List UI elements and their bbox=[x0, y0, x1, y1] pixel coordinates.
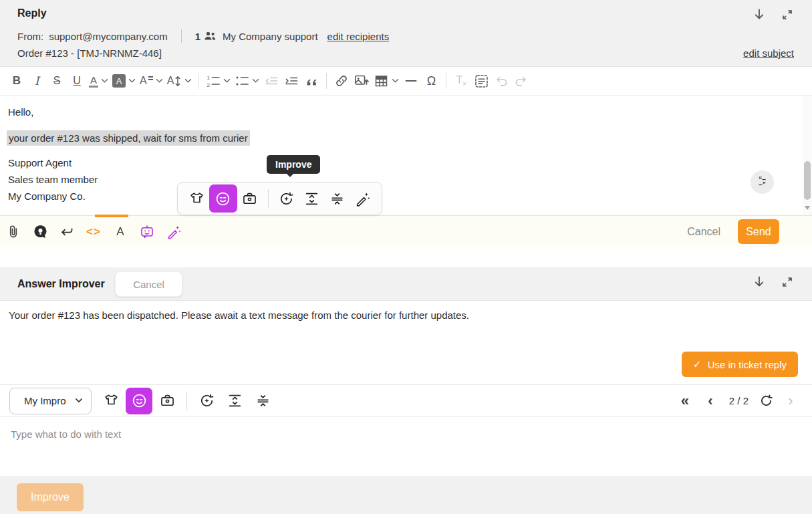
edit-recipients-link[interactable]: edit recipients bbox=[327, 31, 390, 42]
chevron-down-icon bbox=[184, 78, 192, 84]
toolbar-separator bbox=[268, 189, 269, 208]
from-label: From: bbox=[17, 31, 43, 42]
editor-greeting: Hello, bbox=[8, 106, 33, 118]
font-size-button[interactable]: A bbox=[165, 69, 194, 93]
prompt-input[interactable] bbox=[0, 417, 812, 477]
recipients-name: My Company support bbox=[223, 31, 318, 42]
toolbar-separator bbox=[446, 73, 446, 89]
ai-magic-pencil-icon[interactable] bbox=[162, 219, 185, 245]
reply-title: Reply bbox=[17, 7, 47, 19]
improve-button[interactable]: Improve bbox=[17, 483, 84, 511]
professional-tone-briefcase-icon[interactable] bbox=[237, 184, 263, 213]
bg-color-button[interactable]: A bbox=[110, 69, 138, 93]
improver-prompt-area bbox=[0, 416, 812, 477]
strikethrough-button[interactable]: S bbox=[47, 69, 67, 93]
prev-result-button[interactable]: ‹ bbox=[702, 392, 718, 410]
improver-result-text: Your order #123 has been dispatched. Ple… bbox=[9, 309, 469, 321]
redo-button[interactable] bbox=[511, 69, 531, 93]
canned-responses-button[interactable]: “– –” bbox=[751, 170, 774, 194]
editor-signature-line: Support Agent bbox=[8, 157, 72, 168]
scrollbar-down-arrow[interactable] bbox=[805, 206, 810, 213]
chevron-down-icon bbox=[128, 78, 136, 84]
plain-text-button[interactable]: A bbox=[109, 219, 132, 245]
professional-tone-briefcase-icon[interactable] bbox=[154, 387, 180, 415]
from-row: From: support@mycompany.com 1 My Company… bbox=[17, 29, 389, 43]
suggestion-bubble-icon[interactable] bbox=[29, 219, 51, 245]
chevron-down-icon bbox=[101, 78, 108, 84]
outdent-button[interactable] bbox=[261, 69, 281, 93]
extend-text-icon[interactable] bbox=[299, 184, 325, 213]
remove-format-button[interactable]: T× bbox=[451, 69, 471, 93]
toolbar-separator bbox=[326, 73, 327, 89]
toolbar-separator bbox=[186, 392, 187, 410]
font-family-button[interactable]: A bbox=[138, 69, 165, 93]
app-window: Reply From: support@mycompany.com 1 My C… bbox=[0, 0, 812, 514]
bullet-list-button[interactable] bbox=[233, 69, 261, 93]
from-email: support@mycompany.com bbox=[49, 31, 168, 42]
edit-subject-link[interactable]: edit subject bbox=[743, 47, 794, 59]
next-result-button[interactable]: › bbox=[783, 392, 799, 410]
shorten-text-icon[interactable] bbox=[325, 184, 350, 213]
ai-chatbot-icon[interactable] bbox=[136, 219, 158, 245]
special-characters-button[interactable]: Ω bbox=[421, 69, 441, 93]
insert-image-icon[interactable] bbox=[352, 69, 372, 93]
improver-cancel-button[interactable]: Cancel bbox=[115, 271, 182, 297]
preset-dropdown[interactable]: My Impro bbox=[9, 388, 92, 414]
richtext-toolbar: B I S U A A A A 12 bbox=[0, 67, 812, 96]
horizontal-line-button[interactable] bbox=[401, 69, 421, 93]
link-button[interactable] bbox=[331, 69, 352, 93]
answer-improver-title: Answer Improver bbox=[17, 278, 105, 290]
insert-table-button[interactable] bbox=[372, 69, 401, 93]
chevron-down-icon bbox=[252, 78, 259, 84]
cancel-reply-button[interactable]: Cancel bbox=[687, 226, 720, 238]
undo-button[interactable] bbox=[491, 69, 511, 93]
improve-icon[interactable] bbox=[274, 184, 299, 213]
numbered-list-button[interactable]: 12 bbox=[204, 69, 233, 93]
insert-reply-arrow-icon[interactable] bbox=[55, 219, 78, 245]
casual-tone-tshirt-icon[interactable] bbox=[184, 184, 209, 213]
result-pager: « ‹ 2 / 2 › bbox=[677, 392, 799, 410]
regenerate-icon[interactable] bbox=[759, 394, 773, 408]
expand-icon[interactable] bbox=[779, 6, 796, 23]
subject-text: Order #123 - [TMJ-NRNMZ-446] bbox=[17, 47, 162, 59]
casual-tone-tshirt-icon[interactable] bbox=[98, 387, 124, 415]
first-result-button[interactable]: « bbox=[677, 392, 693, 410]
shorten-text-icon[interactable] bbox=[249, 387, 276, 415]
chevron-down-icon bbox=[156, 78, 163, 84]
active-tab-indicator bbox=[95, 215, 128, 217]
italic-button[interactable]: I bbox=[27, 69, 47, 93]
magic-pencil-icon[interactable] bbox=[350, 184, 376, 213]
chevron-down-icon bbox=[75, 398, 83, 404]
expand-icon[interactable] bbox=[779, 273, 796, 291]
source-code-button[interactable]: <> bbox=[82, 219, 105, 245]
preset-dropdown-value: My Impro bbox=[24, 395, 66, 406]
divider bbox=[181, 29, 182, 43]
use-in-ticket-reply-button[interactable]: ✓ Use in ticket reply bbox=[682, 352, 798, 377]
improve-tooltip: Improve bbox=[267, 155, 320, 174]
improver-result-area: Your order #123 has been dispatched. Ple… bbox=[0, 301, 812, 384]
send-button[interactable]: Send bbox=[738, 219, 779, 244]
scrollbar-thumb[interactable] bbox=[804, 161, 811, 200]
chevron-down-icon bbox=[223, 78, 231, 84]
blockquote-button[interactable] bbox=[301, 69, 321, 93]
reply-panel-header: Reply From: support@mycompany.com 1 My C… bbox=[0, 0, 812, 67]
editor-signature-line: My Company Co. bbox=[8, 190, 86, 202]
bold-button[interactable]: B bbox=[7, 69, 27, 93]
recipients-icon bbox=[205, 31, 216, 41]
collapse-down-icon[interactable] bbox=[751, 6, 768, 23]
extend-text-icon[interactable] bbox=[221, 387, 248, 415]
select-all-button[interactable] bbox=[471, 69, 491, 93]
font-color-button[interactable]: A bbox=[87, 69, 110, 93]
reply-editor[interactable]: Hello, your order #123 was shipped, wait… bbox=[0, 96, 812, 215]
recipients-count: 1 bbox=[195, 31, 200, 42]
answer-improver-header: Answer Improver Cancel bbox=[0, 267, 812, 301]
indent-button[interactable] bbox=[281, 69, 301, 93]
editor-scrollbar[interactable] bbox=[803, 96, 812, 215]
attachment-paperclip-icon[interactable] bbox=[2, 219, 25, 245]
friendly-tone-smiley-icon[interactable] bbox=[209, 184, 237, 213]
underline-button[interactable]: U bbox=[67, 69, 87, 93]
improve-icon[interactable] bbox=[193, 387, 220, 415]
editor-selected-text: your order #123 was shipped, wait for sm… bbox=[7, 130, 250, 146]
collapse-down-icon[interactable] bbox=[751, 273, 768, 291]
friendly-tone-smiley-icon[interactable] bbox=[126, 388, 152, 414]
